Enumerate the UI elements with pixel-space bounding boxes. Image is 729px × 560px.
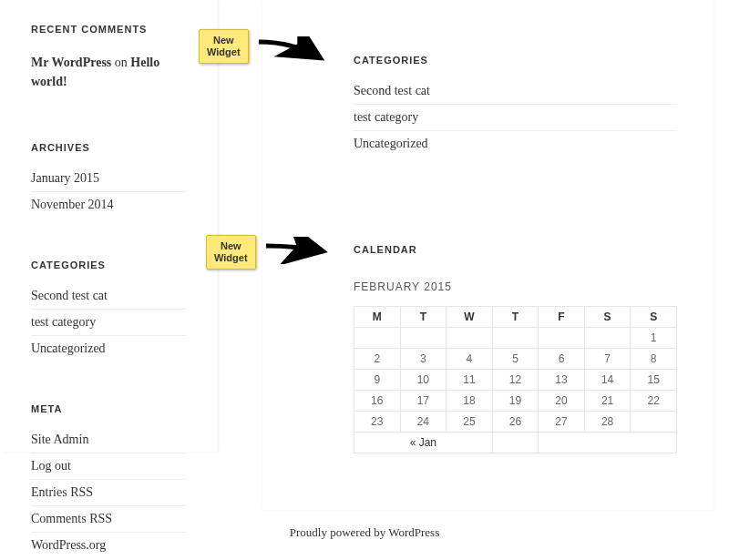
categories-title: CATEGORIES — [31, 260, 186, 270]
annotation-note: New Widget — [199, 29, 249, 64]
calendar-cell[interactable]: 3 — [400, 349, 447, 370]
category-item[interactable]: Second test cat — [354, 84, 677, 104]
calendar-title: CALENDAR — [354, 244, 677, 255]
category-link[interactable]: Second test cat — [354, 84, 430, 97]
category-link[interactable]: Second test cat — [31, 289, 108, 302]
calendar-cell[interactable]: 20 — [539, 391, 585, 412]
calendar-caption: FEBRUARY 2015 — [354, 273, 677, 306]
calendar-day-head: W — [447, 307, 493, 328]
calendar-pad — [492, 433, 539, 453]
archive-item[interactable]: January 2015 — [31, 171, 186, 191]
calendar-cell[interactable]: 2 — [354, 349, 401, 370]
calendar-cell — [492, 328, 539, 349]
calendar-cell[interactable]: 10 — [400, 370, 447, 391]
calendar-day-head: F — [539, 307, 585, 328]
archive-item[interactable]: November 2014 — [31, 191, 186, 218]
calendar-cell[interactable]: 7 — [584, 349, 631, 370]
calendar-cell[interactable]: 26 — [492, 412, 539, 433]
calendar-table: M T W T F S S 12345678910111213141516171… — [354, 306, 677, 453]
calendar-cell[interactable]: 22 — [631, 391, 677, 412]
category-link[interactable]: test category — [31, 315, 96, 329]
calendar-cell — [584, 328, 631, 349]
calendar-cell[interactable]: 19 — [492, 391, 539, 412]
calendar-day-head: S — [631, 307, 677, 328]
calendar-cell[interactable]: 13 — [539, 370, 585, 391]
meta-link[interactable]: Site Admin — [31, 433, 88, 446]
calendar-cell[interactable]: 4 — [447, 349, 493, 370]
annotation-text: New Widget — [207, 35, 241, 57]
recent-comments-title: RECENT COMMENTS — [31, 24, 186, 35]
category-item[interactable]: Second test cat — [31, 289, 186, 309]
calendar-day-head: T — [492, 307, 539, 328]
calendar-cell[interactable]: 28 — [584, 412, 631, 433]
calendar-cell — [400, 328, 447, 349]
calendar-cell[interactable]: 5 — [492, 349, 539, 370]
calendar-cell[interactable]: 27 — [539, 412, 585, 433]
calendar-cell[interactable]: 11 — [447, 370, 493, 391]
widget-recent-comments: RECENT COMMENTS Mr WordPress on Hello wo… — [31, 24, 186, 91]
meta-item[interactable]: Log out — [31, 453, 186, 479]
widget-archives: ARCHIVES January 2015 November 2014 — [31, 142, 186, 218]
calendar-cell[interactable]: 8 — [631, 349, 677, 370]
meta-item[interactable]: Site Admin — [31, 433, 186, 453]
arrow-icon — [257, 36, 334, 73]
meta-link[interactable]: Log out — [31, 459, 71, 473]
main-categories-title: CATEGORIES — [354, 55, 677, 66]
category-link[interactable]: Uncategorized — [354, 137, 428, 150]
calendar-cell[interactable]: 6 — [539, 349, 585, 370]
archive-link[interactable]: November 2014 — [31, 198, 114, 211]
calendar-day-head: M — [354, 307, 401, 328]
category-link[interactable]: test category — [354, 110, 418, 124]
calendar-cell — [354, 328, 401, 349]
calendar-prev[interactable]: « Jan — [354, 433, 493, 453]
calendar-cell[interactable]: 17 — [400, 391, 447, 412]
calendar-prev-link[interactable]: « Jan — [410, 436, 436, 449]
calendar-cell[interactable]: 24 — [400, 412, 447, 433]
meta-link[interactable]: Entries RSS — [31, 485, 93, 499]
calendar-cell — [447, 328, 493, 349]
calendar-cell — [539, 328, 585, 349]
category-item[interactable]: Uncategorized — [354, 130, 677, 157]
calendar-day-head: S — [584, 307, 631, 328]
sidebar: RECENT COMMENTS Mr WordPress on Hello wo… — [0, 0, 217, 452]
calendar-cell[interactable]: 25 — [447, 412, 493, 433]
calendar-cell[interactable]: 14 — [584, 370, 631, 391]
comment-author-link[interactable]: Mr WordPress — [31, 56, 111, 69]
meta-title: META — [31, 403, 186, 414]
archives-title: ARCHIVES — [31, 142, 186, 153]
calendar-cell[interactable]: 1 — [631, 328, 677, 349]
meta-item[interactable]: Entries RSS — [31, 479, 186, 505]
category-link[interactable]: Uncategorized — [31, 341, 106, 355]
archive-link[interactable]: January 2015 — [31, 171, 99, 185]
calendar-cell[interactable]: 18 — [447, 391, 493, 412]
calendar-next — [539, 433, 677, 453]
category-item[interactable]: test category — [31, 309, 186, 335]
meta-link[interactable]: Comments RSS — [31, 512, 112, 525]
calendar-cell[interactable]: 9 — [354, 370, 401, 391]
widget-categories-main: CATEGORIES Second test cat test category… — [354, 55, 677, 157]
annotation-note: New Widget — [206, 235, 256, 270]
calendar-cell[interactable]: 23 — [354, 412, 401, 433]
recent-comment-item: Mr WordPress on Hello world! — [31, 53, 186, 91]
widget-calendar: CALENDAR FEBRUARY 2015 M T W T F S S 123… — [354, 244, 677, 453]
calendar-day-head: T — [400, 307, 447, 328]
annotation-text: New Widget — [214, 240, 248, 263]
calendar-cell[interactable]: 15 — [631, 370, 677, 391]
calendar-cell[interactable]: 16 — [354, 391, 401, 412]
comment-on-text: on — [111, 56, 130, 69]
calendar-cell — [631, 412, 677, 433]
calendar-cell[interactable]: 12 — [492, 370, 539, 391]
footer: Proudly powered by WordPress — [0, 525, 729, 560]
arrow-icon — [264, 237, 337, 264]
footer-link[interactable]: Proudly powered by WordPress — [290, 525, 439, 539]
calendar-cell[interactable]: 21 — [584, 391, 631, 412]
category-item[interactable]: Uncategorized — [31, 335, 186, 361]
category-item[interactable]: test category — [354, 104, 677, 130]
widget-categories: CATEGORIES Second test cat test category… — [31, 260, 186, 361]
